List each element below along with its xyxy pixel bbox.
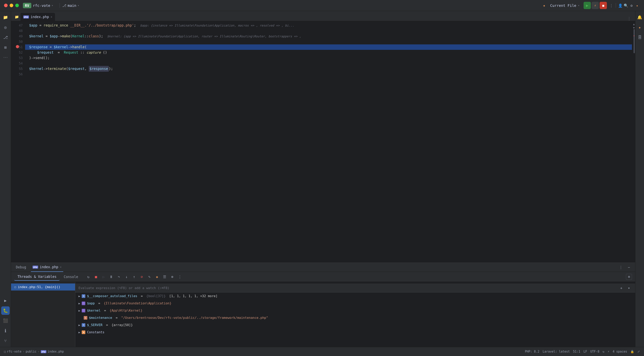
status-laravel[interactable]: Laravel: latest: [542, 350, 570, 353]
var-item-maintenance[interactable]: S $maintenance = "/Users/brentroose/Dev/…: [75, 314, 635, 321]
sidebar-item-more[interactable]: ···: [1, 53, 10, 62]
right-notifications-icon[interactable]: 🔔: [636, 13, 644, 22]
scroll-down-button[interactable]: ▼: [633, 26, 635, 30]
settings-button[interactable]: ⚙: [629, 3, 634, 8]
debug-rerun-button[interactable]: ↻: [85, 274, 91, 280]
debug-pause-button[interactable]: ⏸: [108, 274, 114, 280]
sidebar-item-git[interactable]: ◎: [1, 23, 10, 32]
folder-icon-tab[interactable]: 📁: [13, 13, 20, 21]
git-branch-icon: ⎇: [62, 4, 66, 8]
status-lock-icon[interactable]: 🔒: [630, 350, 634, 353]
var-expand-constants[interactable]: ▶: [78, 330, 80, 334]
var-item-kernel[interactable]: ▶ ⬡ $kernel = {App\Http\Kernel}: [75, 307, 635, 314]
debug-step-out-button[interactable]: ↑: [131, 274, 137, 280]
right-ai-icon[interactable]: ✦: [636, 23, 644, 32]
minimize-button[interactable]: [10, 4, 13, 7]
account-icon[interactable]: 👤: [618, 3, 623, 8]
sidebar-item-extensions[interactable]: ⊞: [1, 43, 10, 52]
run-button[interactable]: ▶: [584, 2, 591, 9]
debug-group-button[interactable]: ☰: [162, 274, 168, 280]
sidebar-item-folder[interactable]: 📁: [1, 13, 10, 22]
line-num-56: 56: [11, 72, 23, 77]
var-expand-server[interactable]: ▶: [78, 323, 80, 327]
debug-tab-close[interactable]: ×: [60, 265, 62, 269]
scroll-thumb[interactable]: [634, 29, 635, 53]
debug-step-into-button[interactable]: ↓: [124, 274, 130, 280]
project-name[interactable]: rfc-vote ▾: [33, 4, 53, 8]
sidebar-item-terminal[interactable]: ⬛: [1, 316, 10, 325]
minimap-breakpoint: [634, 36, 634, 36]
code-content: $app = require_once __DIR__ .'/../bootst…: [25, 21, 632, 263]
debug-minimize-button[interactable]: −: [626, 264, 632, 270]
code-line-54: [25, 61, 632, 66]
var-item-composer[interactable]: ▶ ≡ $__composer_autoload_files = {bool[3…: [75, 292, 635, 300]
var-expand-composer[interactable]: ▶: [78, 294, 80, 298]
line-num-50: 50: [11, 39, 23, 44]
right-db-icon[interactable]: 🗄: [636, 33, 644, 42]
main-layout: 📁 ◎ ⎇ ⊞ ··· ▶ 🐛 ⬛ ℹ ⑂ 📁 php index.php × …: [0, 11, 644, 347]
status-position[interactable]: 51:1: [573, 350, 580, 353]
traffic-lights: [4, 4, 19, 7]
debug-tab-console[interactable]: Console: [60, 273, 81, 280]
sidebar-item-git2[interactable]: ⑂: [1, 336, 10, 345]
sidebar-item-info[interactable]: ℹ: [1, 326, 10, 335]
line-numbers: 47 48 49 50 51 52 53 54 55 56: [11, 21, 25, 263]
status-sync-icon[interactable]: ↻: [603, 350, 604, 353]
debug-mute-breakpoints-button[interactable]: ⊘: [139, 274, 145, 280]
debug-highlight-button[interactable]: ◈: [154, 274, 160, 280]
eval-expand-button[interactable]: ▾: [626, 285, 632, 291]
tab-close-button[interactable]: ×: [50, 15, 52, 19]
php-icon: php: [23, 16, 29, 19]
ai-assistant-button[interactable]: ⚡: [592, 2, 599, 9]
thread-item-main[interactable]: ☐ index.php:51, {main}(): [11, 283, 75, 290]
code-line-56: [25, 72, 632, 77]
sidebar-item-run[interactable]: ▶: [1, 296, 10, 305]
more-menu-button[interactable]: ⋮: [608, 3, 614, 8]
ai-chat-icon[interactable]: ✦: [634, 3, 640, 8]
var-expand-app[interactable]: ▶: [78, 301, 80, 305]
project-badge: RV: [23, 3, 31, 8]
status-expand-icon[interactable]: ⤢: [638, 350, 640, 353]
var-item-app[interactable]: ▶ ⬡ $app = {Illuminate\Foundation\Applic…: [75, 300, 635, 307]
var-item-constants[interactable]: ▶ ◈ Constants: [75, 329, 635, 336]
status-encoding[interactable]: UTF-8: [590, 350, 600, 353]
maximize-button[interactable]: [15, 4, 19, 7]
debug-arrange-button[interactable]: ⊕: [169, 274, 175, 280]
stop-button[interactable]: ■: [600, 2, 607, 9]
debug-resume-button[interactable]: ▷: [100, 274, 106, 280]
branch-selector[interactable]: ⎇ main ▾: [62, 4, 79, 8]
code-line-48: [25, 28, 632, 34]
status-indent[interactable]: 4 spaces: [613, 350, 627, 353]
line-num-52: 52: [11, 50, 23, 55]
status-php-version[interactable]: PHP: 8.2: [525, 350, 540, 353]
eval-add-watch-button[interactable]: +: [618, 285, 624, 291]
debug-tab-threads[interactable]: Threads & Variables: [14, 273, 60, 281]
status-line-ending[interactable]: LF: [583, 350, 587, 353]
debug-threads-panel: ☐ index.php:51, {main}(): [11, 282, 75, 347]
debug-stop-button[interactable]: ■: [93, 274, 99, 280]
debug-options-button[interactable]: ⋮: [177, 274, 183, 280]
search-button[interactable]: 🔍: [623, 3, 629, 8]
status-folder-icon: □: [4, 350, 6, 353]
tab-more-button[interactable]: ⋮: [625, 16, 633, 21]
debug-alert-icon[interactable]: ✦: [542, 3, 547, 8]
editor-scrollbar[interactable]: ▲ ▼: [632, 21, 635, 263]
current-file-dropdown[interactable]: Current File ▾: [550, 4, 580, 8]
editor-tabs: 📁 php index.php × ⋮: [11, 11, 635, 21]
debug-more-button[interactable]: ⋮: [618, 264, 624, 270]
status-warning-icon[interactable]: ⚡: [608, 350, 610, 353]
var-item-server[interactable]: ▶ ≡ $_SERVER = {array[50]}: [75, 321, 635, 329]
status-project[interactable]: □ rfc-vote › public › php index.php: [4, 350, 64, 353]
debug-step-over-button[interactable]: ↷: [116, 274, 122, 280]
sidebar-item-debug[interactable]: 🐛: [1, 306, 10, 315]
editor-tab-index-php[interactable]: php index.php ×: [20, 13, 55, 21]
close-button[interactable]: [4, 4, 8, 7]
debug-view-breakpoints-button[interactable]: ✎: [146, 274, 152, 280]
debug-expand-button[interactable]: ⊞: [626, 274, 632, 280]
code-line-50: [25, 39, 632, 44]
sidebar-item-branch[interactable]: ⎇: [1, 33, 10, 42]
status-php-icon: php: [41, 350, 46, 353]
var-expand-kernel[interactable]: ▶: [78, 308, 80, 313]
breakpoint-indicator: [16, 45, 19, 50]
debug-file-tab[interactable]: php index.php ×: [31, 263, 63, 272]
